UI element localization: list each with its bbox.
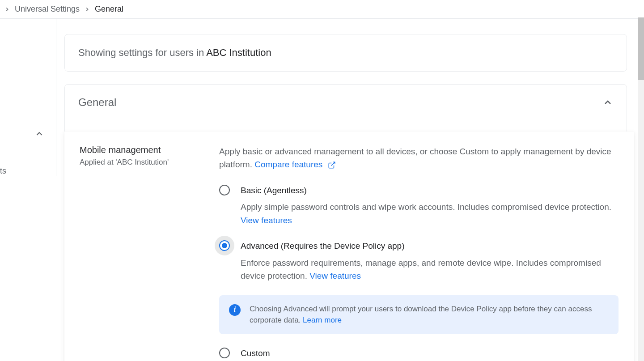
- advanced-info-message: Choosing Advanced will prompt your users…: [250, 305, 592, 325]
- org-context-text: Showing settings for users in ABC Instit…: [78, 47, 613, 59]
- external-link-icon: [328, 161, 336, 169]
- option-custom: Custom Apply basic or advanced managemen…: [219, 347, 619, 361]
- sidebar-collapse-button[interactable]: [34, 129, 44, 139]
- setting-applied-label: Applied at 'ABC Institution': [80, 158, 203, 167]
- vertical-scrollbar[interactable]: [638, 17, 644, 361]
- option-basic-desc-text: Apply simple password controls and wipe …: [241, 202, 611, 212]
- chevron-right-icon: [84, 6, 90, 13]
- section-card: General: [64, 84, 627, 136]
- advanced-info-learn-more-link[interactable]: Learn more: [303, 316, 342, 324]
- org-context-org-name: ABC Institution: [206, 47, 271, 58]
- breadcrumb-universal-settings[interactable]: Universal Settings: [15, 4, 80, 14]
- breadcrumb-current: General: [95, 4, 123, 14]
- setting-name: Mobile management: [80, 145, 203, 155]
- info-icon: i: [229, 304, 241, 316]
- breadcrumb: s Universal Settings General: [0, 0, 644, 19]
- advanced-info-text: Choosing Advanced will prompt your users…: [250, 303, 609, 326]
- section-general-header[interactable]: General: [65, 85, 627, 120]
- advanced-info-banner: i Choosing Advanced will prompt your use…: [219, 295, 619, 334]
- option-advanced: Advanced (Requires the Device Policy app…: [219, 239, 619, 282]
- compare-features-label: Compare features: [254, 160, 322, 169]
- option-advanced-desc-text: Enforce password requirements, manage ap…: [241, 258, 601, 280]
- mobile-management-panel: Mobile management Applied at 'ABC Instit…: [64, 132, 634, 361]
- left-nav: ts: [0, 19, 56, 176]
- section-general-title: General: [78, 96, 116, 109]
- setting-description: Apply basic or advanced management to al…: [219, 145, 619, 171]
- sidebar-item-truncated[interactable]: ts: [0, 166, 56, 176]
- svg-line-0: [331, 162, 335, 166]
- chevron-right-icon: [4, 6, 10, 13]
- option-advanced-desc: Enforce password requirements, manage ap…: [241, 256, 619, 283]
- org-context-prefix: Showing settings for users in: [78, 47, 206, 58]
- org-context-card: Showing settings for users in ABC Instit…: [64, 34, 627, 72]
- option-basic-desc: Apply simple password controls and wipe …: [241, 200, 619, 227]
- chevron-up-icon: [602, 97, 613, 108]
- radio-custom[interactable]: [219, 348, 230, 358]
- option-custom-title: Custom: [241, 347, 459, 360]
- scrollbar-thumb[interactable]: [638, 17, 644, 80]
- main-content: Showing settings for users in ABC Instit…: [56, 19, 644, 361]
- option-basic-view-features-link[interactable]: View features: [241, 216, 292, 225]
- option-basic-title: Basic (Agentless): [241, 184, 619, 197]
- radio-advanced[interactable]: [219, 240, 230, 251]
- option-advanced-title: Advanced (Requires the Device Policy app…: [241, 239, 619, 252]
- option-advanced-view-features-link[interactable]: View features: [309, 271, 361, 280]
- option-basic: Basic (Agentless) Apply simple password …: [219, 184, 619, 227]
- radio-basic[interactable]: [219, 185, 230, 195]
- compare-features-link[interactable]: Compare features: [254, 160, 335, 169]
